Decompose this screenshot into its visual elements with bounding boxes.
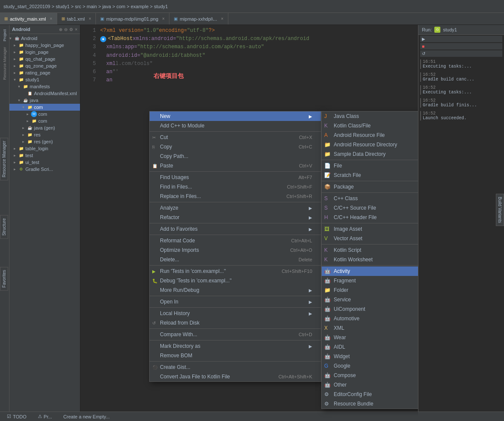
tree-item-m[interactable]: ▸ M com <box>9 111 80 118</box>
tree-item-table-login[interactable]: ▸ 📁 table_login <box>9 145 80 152</box>
tab-close[interactable]: × <box>50 16 52 21</box>
ctx-item-find-usages[interactable]: Find Usages Alt+F7 <box>150 173 321 182</box>
vtab-resource-manager[interactable]: Resource Manager <box>0 138 8 180</box>
ctx-item-copy[interactable]: ⎘ Copy Ctrl+C <box>150 142 321 152</box>
new-submenu-sample-data[interactable]: 📁 Sample Data Directory <box>322 149 418 159</box>
collapse-all-icon[interactable]: ⊖ <box>64 27 68 32</box>
tree-item-test[interactable]: ▸ 📁 test <box>9 152 80 159</box>
vtab-structure[interactable]: Structure <box>0 215 8 239</box>
tree-item-gradle[interactable]: ▸ ⚙ Gradle Scri... <box>9 166 80 173</box>
tree-item-res[interactable]: ▸ 📁 res <box>9 131 80 138</box>
ctx-label: Reload from Disk <box>160 320 200 326</box>
new-submenu-activity[interactable]: 🤖 Activity ▶ <box>322 266 418 276</box>
new-submenu-image-asset[interactable]: 🖼 Image Asset <box>322 224 418 234</box>
tree-item-com2[interactable]: ▸ 📁 com <box>9 118 80 124</box>
ctx-item-create-gist[interactable]: ⚫ Create Gist... <box>150 362 321 372</box>
new-submenu-cpp-source[interactable]: S C/C++ Source File <box>322 203 418 213</box>
project-icon[interactable]: Project <box>2 27 8 44</box>
tree-item-androidmanifest[interactable]: 📋 AndroidManifest.xml <box>9 90 80 97</box>
ctx-item-paste[interactable]: 📋 Paste Ctrl+V <box>150 161 321 170</box>
tree-item-manifests[interactable]: ▾ 📁 manifests <box>9 83 80 90</box>
tab-close[interactable]: × <box>221 16 224 21</box>
tab-close[interactable]: × <box>89 16 91 21</box>
ctx-item-find-files[interactable]: Find in Files... Ctrl+Shift+F <box>150 182 321 192</box>
new-submenu-automotive[interactable]: 🤖 Automotive ▶ <box>322 314 418 323</box>
bottom-tab-problems[interactable]: ⚠ Pr... <box>34 412 56 421</box>
ctx-item-remove-bom[interactable]: Remove BOM <box>150 351 321 360</box>
ctx-item-more-run[interactable]: More Run/Debug ▶ <box>150 285 321 295</box>
tree-item-rating[interactable]: ▸ 📁 rating_page <box>9 69 80 76</box>
tree-item-com-selected[interactable]: ▾ 📁 com <box>9 104 80 111</box>
new-submenu-kotlin-script[interactable]: K Kotlin Script <box>322 245 418 255</box>
expand-all-icon[interactable]: ⊕ <box>59 27 62 32</box>
new-submenu-vector-asset[interactable]: V Vector Asset <box>322 234 418 243</box>
tree-item-android[interactable]: ▾ 🤖 Android <box>9 35 80 42</box>
tab-img01[interactable]: ▣ mipmap-mdpi\img01.png × <box>96 13 169 25</box>
new-submenu-resource-bundle[interactable]: ⚙ Resource Bundle <box>322 399 418 409</box>
tree-item-happy-login[interactable]: ▸ 📁 happy_login_page <box>9 42 80 49</box>
tree-item-java-gen[interactable]: ▸ ☕ java (gen) <box>9 124 80 131</box>
run-button[interactable]: ▶ <box>420 36 502 42</box>
new-submenu-file[interactable]: 📄 File <box>322 161 418 170</box>
vtab-build-variants[interactable]: Build Variants <box>496 194 504 226</box>
new-submenu-wear[interactable]: 🤖 Wear ▶ <box>322 333 418 342</box>
tree-item-java[interactable]: ▾ ☕ java <box>9 97 80 104</box>
new-submenu-compose[interactable]: 🤖 Compose ▶ <box>322 371 418 380</box>
new-submenu-scratch-file[interactable]: 📝 Scratch File Ctrl+Alt+Shift+Insert <box>322 170 418 180</box>
tree-item-ui-test[interactable]: ▸ 📁 ui_test <box>9 159 80 166</box>
new-submenu-other[interactable]: 🤖 Other ▶ <box>322 380 418 390</box>
new-submenu-android-resource-dir[interactable]: 📁 Android Resource Directory <box>322 140 418 149</box>
tree-item-study1[interactable]: ▾ 📁 study1 <box>9 76 80 83</box>
new-submenu-aidl[interactable]: 🤖 AIDL ▶ <box>322 342 418 352</box>
new-submenu-widget[interactable]: 🤖 Widget ▶ <box>322 352 418 361</box>
new-submenu-service[interactable]: 🤖 Service ▶ <box>322 295 418 304</box>
tree-item-qq-chat[interactable]: ▸ 📁 qq_chat_page <box>9 56 80 62</box>
ctx-item-add-cpp[interactable]: Add C++ to Module <box>150 121 321 130</box>
new-submenu-package[interactable]: 📦 Package <box>322 182 418 192</box>
tab-tab1-xml[interactable]: ⊞ tab1.xml × <box>57 13 96 25</box>
ctx-item-optimize-imports[interactable]: Optimize Imports Ctrl+Alt+O <box>150 245 321 255</box>
new-submenu-java-class[interactable]: J Java Class <box>322 111 418 121</box>
stop-button[interactable]: ■ <box>420 43 502 50</box>
new-submenu-fragment[interactable]: 🤖 Fragment ▶ <box>322 276 418 285</box>
ctx-item-mark-dir[interactable]: Mark Directory as ▶ <box>150 341 321 351</box>
tab-activity-main-xml[interactable]: ⊞ activity_main.xml × <box>0 13 57 25</box>
rerun-button[interactable]: ↺ <box>420 50 502 57</box>
ctx-item-reformat[interactable]: Reformat Code Ctrl+Alt+L <box>150 236 321 245</box>
ctx-item-refactor[interactable]: Refactor ▶ <box>150 213 321 222</box>
ctx-item-cut[interactable]: ✂ Cut Ctrl+X <box>150 133 321 142</box>
ctx-item-replace-files[interactable]: Replace in Files... Ctrl+Shift+R <box>150 192 321 201</box>
tree-item-res-gen[interactable]: ▸ 📁 res (gen) <box>9 138 80 145</box>
new-submenu-kotlin-worksheet[interactable]: K Kotlin Worksheet <box>322 255 418 264</box>
ctx-item-convert-java[interactable]: Convert Java File to Kotlin File Ctrl+Al… <box>150 372 321 381</box>
tab-close[interactable]: × <box>162 16 165 21</box>
ctx-item-delete[interactable]: Delete... Delete <box>150 255 321 264</box>
tree-item-login-page[interactable]: ▸ 📁 login_page <box>9 49 80 56</box>
resource-manager-icon[interactable]: Resource Manager <box>2 44 8 83</box>
ctx-item-run-tests[interactable]: ▶ Run 'Tests in 'com.exampl...'' Ctrl+Sh… <box>150 266 321 276</box>
new-submenu-cpp-header[interactable]: H C/C++ Header File <box>322 213 418 222</box>
new-submenu-uicomponent[interactable]: 🤖 UiComponent ▶ <box>322 304 418 314</box>
bottom-tab-todo[interactable]: ☑ TODO <box>3 412 30 421</box>
new-submenu-android-resource-file[interactable]: A Android Resource File <box>322 130 418 140</box>
ctx-item-reload[interactable]: ↺ Reload from Disk <box>150 318 321 328</box>
ctx-item-debug-tests[interactable]: 🐛 Debug 'Tests in 'com.exampl...'' <box>150 276 321 285</box>
close-icon[interactable]: × <box>75 27 77 32</box>
settings-icon[interactable]: ⚙ <box>69 27 73 32</box>
new-submenu-cpp-class[interactable]: S C++ Class <box>322 194 418 203</box>
tab-xxhdpi[interactable]: ▣ mipmap-xxhdpi\... × <box>169 13 228 25</box>
tree-item-qq-zone[interactable]: ▸ 📁 qq_zone_page <box>9 62 80 69</box>
new-submenu-google[interactable]: G Google ▶ <box>322 361 418 371</box>
ctx-item-local-history[interactable]: Local History ▶ <box>150 309 321 318</box>
new-submenu-kotlin-class[interactable]: K Kotlin Class/File <box>322 121 418 130</box>
ctx-item-open-in[interactable]: Open In ▶ <box>150 297 321 306</box>
ctx-item-analyze[interactable]: Analyze ▶ <box>150 203 321 213</box>
new-submenu-editorconfig[interactable]: ⚙ EditorConfig File <box>322 390 418 399</box>
ctx-item-compare[interactable]: Compare With... Ctrl+D <box>150 330 321 339</box>
vtab-favorites[interactable]: Favorites <box>0 267 8 291</box>
ctx-item-copy-path[interactable]: Copy Path... <box>150 152 321 161</box>
ctx-item-add-favorites[interactable]: Add to Favorites ▶ <box>150 224 321 234</box>
ctx-item-new[interactable]: New ▶ <box>150 111 321 121</box>
new-submenu-folder[interactable]: 📁 Folder ▶ <box>322 285 418 295</box>
new-submenu-xml[interactable]: X XML ▶ <box>322 323 418 333</box>
